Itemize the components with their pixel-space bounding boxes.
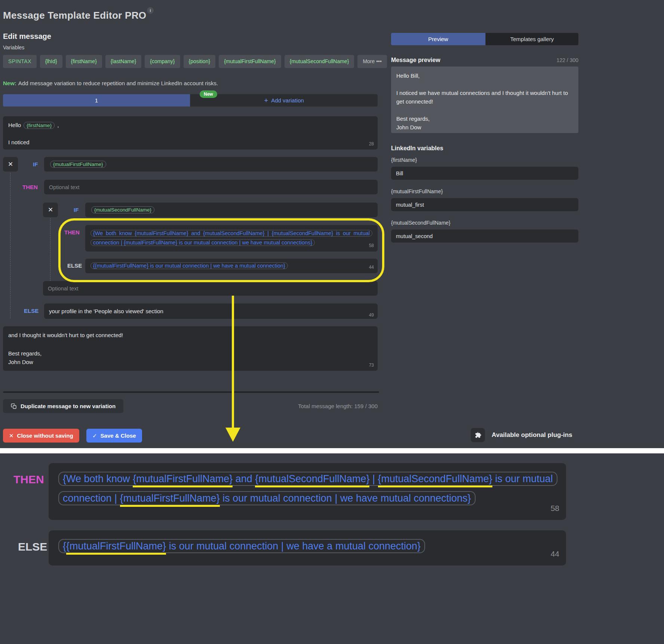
zoom-else-label: ELSE xyxy=(18,540,47,553)
tab-preview[interactable]: Preview xyxy=(391,33,485,45)
char-count: 49 xyxy=(369,312,374,318)
nested-then-spintax-input[interactable]: {We both know {mutualFirstFullName} and … xyxy=(85,225,378,252)
preview-line: Best regards, xyxy=(396,114,573,123)
mutualsecondfullname-field-input[interactable] xyxy=(391,229,578,243)
annotation-arrow-head xyxy=(225,428,240,442)
new-text: Add message variation to reduce repetiti… xyxy=(18,80,218,86)
else-text-input[interactable]: your profile in the 'People also viewed'… xyxy=(44,303,378,319)
nested-then-label: THEN xyxy=(64,229,80,235)
new-badge: New xyxy=(200,90,217,98)
optional-text-input[interactable] xyxy=(43,281,378,296)
save-and-close-button[interactable]: ✓ Save & Close xyxy=(86,429,142,443)
zoom-char-count: 58 xyxy=(551,499,559,518)
remove-nested-condition-button[interactable]: ✕ xyxy=(43,203,58,217)
horizontal-scrollbar[interactable] xyxy=(3,391,379,393)
message-template-editor-window: Message Template Editor PROi Edit messag… xyxy=(0,0,664,644)
message-bottom-line1: and I thought it wouldn't hurt to get co… xyxy=(8,331,372,339)
plugins-label: Available optional plug-ins xyxy=(492,431,572,439)
preview-line xyxy=(396,80,573,89)
duplicate-message-button[interactable]: Duplicate message to new variation xyxy=(3,399,123,413)
message-top-line2: I noticed xyxy=(8,138,372,147)
remove-condition-button[interactable]: ✕ xyxy=(3,157,18,172)
variable-chips-row: SPINTAX {lhId} {firstName} {lastName} {c… xyxy=(3,55,387,68)
tab-templates-gallery[interactable]: Templates gallery xyxy=(486,33,578,45)
if-condition-input[interactable]: {mutualFirstFullName} xyxy=(44,157,378,172)
close-without-saving-button[interactable]: ✕ Close without saving xyxy=(3,429,79,443)
preview-line: John Dow xyxy=(396,123,573,132)
chip-lhid[interactable]: {lhId} xyxy=(40,55,62,68)
variation-tab-1[interactable]: 1 xyxy=(3,94,190,107)
message-top-line1: Hello {firstName} , xyxy=(8,121,372,130)
then-optional-text-input[interactable] xyxy=(44,180,378,194)
firstname-field-input[interactable] xyxy=(391,167,578,180)
close-icon: ✕ xyxy=(9,432,14,439)
edit-message-heading: Edit message xyxy=(3,32,51,41)
then-label: THEN xyxy=(22,184,38,190)
mutualfirstfullname-field-label: {mutualFirstFullName} xyxy=(391,188,443,194)
char-count: 58 xyxy=(369,241,374,250)
new-label: New: xyxy=(3,80,16,86)
else-text-value: your profile in the 'People also viewed'… xyxy=(49,308,163,314)
mutualfirstfullname-field-input[interactable] xyxy=(391,198,578,211)
char-count: 73 xyxy=(369,361,374,370)
chip-company[interactable]: {company} xyxy=(145,55,180,68)
zoom-else-spintax-box: {{mutualFirstFullName} is our mutual con… xyxy=(49,530,566,566)
chip-more[interactable]: More ••• xyxy=(357,55,387,68)
message-preview-heading: Message preview xyxy=(391,57,440,64)
nested-else-label: ELSE xyxy=(67,262,82,269)
chip-spintax[interactable]: SPINTAX xyxy=(3,55,37,68)
mutualsecondfullname-inline-chip: {mutualSecondFullName} xyxy=(91,206,154,213)
chip-position[interactable]: {position} xyxy=(184,55,216,68)
section-divider xyxy=(0,448,664,453)
plus-icon: + xyxy=(264,97,268,104)
preview-char-count: 122 / 300 xyxy=(557,57,578,63)
linkedin-variables-heading: LinkedIn variables xyxy=(391,145,443,152)
close-icon: ✕ xyxy=(48,206,53,214)
new-feature-note: New:Add message variation to reduce repe… xyxy=(3,80,218,86)
if-label: IF xyxy=(33,161,38,167)
preview-line: I noticed we have mutual connections and… xyxy=(396,89,573,106)
zoom-then-label: THEN xyxy=(13,473,44,486)
mutualsecondfullname-field-label: {mutualSecondFullName} xyxy=(391,220,451,226)
preview-line: Hello Bill, xyxy=(396,71,573,80)
close-without-saving-label: Close without saving xyxy=(17,432,73,439)
firstname-inline-chip: {firstName} xyxy=(24,122,55,129)
message-preview-header: Message preview 122 / 300 xyxy=(391,57,578,64)
message-text-bottom[interactable]: and I thought it wouldn't hurt to get co… xyxy=(3,326,378,371)
chip-mutualfirstfullname[interactable]: {mutualFirstFullName} xyxy=(219,55,281,68)
char-count: 44 xyxy=(369,263,374,272)
check-icon: ✓ xyxy=(92,432,97,439)
info-icon[interactable]: i xyxy=(147,7,154,14)
zoom-then-spintax-box: {We both know {mutualFirstFullName} and … xyxy=(49,463,566,520)
variables-label: Variables xyxy=(3,44,24,50)
chip-firstname[interactable]: {firstName} xyxy=(66,55,102,68)
nested-if-label: IF xyxy=(74,207,79,213)
else-label: ELSE xyxy=(24,308,39,314)
puzzle-icon xyxy=(474,431,482,439)
preview-line xyxy=(396,106,573,114)
copy-icon xyxy=(11,403,17,409)
char-count: 28 xyxy=(369,140,374,148)
save-and-close-label: Save & Close xyxy=(101,432,136,439)
condition-connector-line xyxy=(10,173,10,318)
message-bottom-line2: Best regards, xyxy=(8,349,372,358)
firstname-field-label: {firstName} xyxy=(391,157,417,163)
chip-lastname[interactable]: {lastName} xyxy=(105,55,141,68)
duplicate-message-label: Duplicate message to new variation xyxy=(21,403,116,409)
nested-if-condition-input[interactable]: {mutualSecondFullName} xyxy=(85,203,378,217)
mutualfirstfullname-inline-chip: {mutualFirstFullName} xyxy=(50,161,106,168)
message-bottom-line3: John Dow xyxy=(8,358,372,366)
message-preview-box: Hello Bill, I noticed we have mutual con… xyxy=(391,67,578,133)
message-text-top[interactable]: Hello {firstName} , I noticed 28 xyxy=(3,116,378,150)
page-title: Message Template Editor PROi xyxy=(3,10,154,21)
add-variation-label: Add variation xyxy=(271,97,304,104)
chip-mutualsecondfullname[interactable]: {mutualSecondFullName} xyxy=(285,55,354,68)
close-icon: ✕ xyxy=(8,160,13,168)
zoom-char-count: 44 xyxy=(551,544,559,564)
plugins-button[interactable] xyxy=(471,428,485,442)
add-variation-button[interactable]: + Add variation xyxy=(190,94,378,107)
nested-else-spintax-input[interactable]: {{mutualFirstFullName} is our mutual con… xyxy=(85,259,378,273)
total-message-length: Total message length: 159 / 300 xyxy=(239,403,378,409)
